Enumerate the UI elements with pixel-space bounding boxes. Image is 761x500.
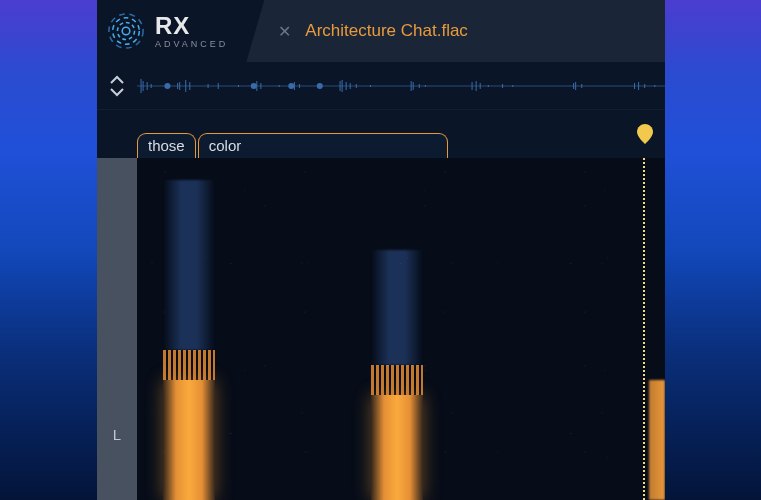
spectrogram-energy-column xyxy=(371,250,423,500)
marker-timeline[interactable]: those color b xyxy=(97,110,665,158)
rx-app-window: RX ADVANCED ✕ Architecture Chat.flac xyxy=(97,0,665,500)
region-tag-label: those xyxy=(148,137,185,154)
spectrogram-area: L xyxy=(97,158,665,500)
svg-point-21 xyxy=(288,83,294,89)
region-boundary-line[interactable] xyxy=(643,158,645,500)
playhead-marker-icon[interactable] xyxy=(637,124,653,148)
overview-waveform-row xyxy=(97,62,665,110)
svg-point-3 xyxy=(109,14,143,48)
svg-point-17 xyxy=(251,83,257,89)
spectrogram-energy-column xyxy=(649,380,665,500)
titlebar: RX ADVANCED ✕ Architecture Chat.flac xyxy=(97,0,665,62)
spectrogram-energy-column xyxy=(163,180,215,500)
channel-label-gutter: L xyxy=(97,158,137,500)
region-tag[interactable]: color xyxy=(198,133,448,158)
svg-point-1 xyxy=(117,22,134,39)
brand-text: RX ADVANCED xyxy=(155,14,228,49)
expand-collapse-icon[interactable] xyxy=(97,75,137,97)
close-icon[interactable]: ✕ xyxy=(274,18,295,45)
brand-tier: ADVANCED xyxy=(155,40,228,49)
document-tab[interactable]: ✕ Architecture Chat.flac xyxy=(246,0,665,62)
svg-point-24 xyxy=(317,83,323,89)
brand-name: RX xyxy=(155,14,228,38)
region-tag[interactable]: those xyxy=(137,133,196,158)
region-tags: those color xyxy=(137,133,448,158)
brand-block: RX ADVANCED xyxy=(97,0,246,62)
rx-logo-icon xyxy=(107,12,145,50)
spectrogram-display[interactable] xyxy=(137,158,665,500)
overview-waveform[interactable] xyxy=(137,71,665,101)
svg-point-0 xyxy=(122,27,130,35)
document-title: Architecture Chat.flac xyxy=(305,21,468,41)
channel-left-label: L xyxy=(113,426,121,443)
region-tag-label: color xyxy=(209,137,242,154)
svg-point-9 xyxy=(164,83,170,89)
